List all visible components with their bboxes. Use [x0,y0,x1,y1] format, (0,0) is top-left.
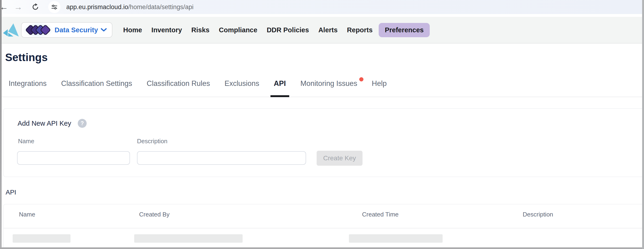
name-field-label: Name [18,138,34,145]
column-header-name: Name [19,211,35,218]
add-api-key-heading: Add New API Key [18,120,71,127]
add-api-key-heading-row: Add New API Key ? [18,119,87,128]
tab-help[interactable]: Help [372,79,387,97]
nav-item-preferences[interactable]: Preferences [379,23,430,37]
add-api-key-card: Add New API Key ? Name Description Creat… [3,108,644,177]
alert-dot [359,77,364,81]
tab-exclusions[interactable]: Exclusions [224,79,259,97]
skeleton-bar [13,234,70,243]
tab-monitoring-issues-label: Monitoring Issues [300,79,357,87]
forward-icon: → [14,0,22,14]
main-nav: Home Inventory Risks Compliance DDR Poli… [118,23,430,37]
api-keys-table: Name Created By Created Time Description [3,204,644,249]
tab-classification-settings[interactable]: Classification Settings [61,79,132,97]
table-header-divider [4,228,644,229]
nav-item-compliance[interactable]: Compliance [214,26,262,34]
refresh-icon [32,3,39,11]
skeleton-bar [349,234,442,243]
create-key-button[interactable]: Create Key [316,151,362,166]
description-field[interactable] [137,151,306,165]
api-section-heading: API [6,189,16,196]
app-switcher-dropdown[interactable]: Data Security [21,22,112,38]
help-icon[interactable]: ? [78,119,87,128]
nav-item-alerts[interactable]: Alerts [314,26,342,34]
url-host: app.eu.prismacloud.io [66,3,128,11]
site-settings-button[interactable] [48,1,60,13]
browser-toolbar: ← → app.eu.prismacloud.io/home/data/sett… [0,0,644,14]
browser-refresh-button[interactable] [30,0,40,14]
nav-item-home[interactable]: Home [118,26,147,34]
app-switcher-label: Data Security [54,26,98,34]
screen-bottom-edge [0,247,644,249]
data-security-module-icon [27,25,50,35]
column-header-created-time: Created Time [362,211,398,218]
browser-forward-button[interactable]: → [13,0,24,14]
tab-monitoring-issues[interactable]: Monitoring Issues [300,79,357,97]
settings-tabs: Integrations Classification Settings Cla… [0,79,644,97]
screen-left-edge [0,0,2,249]
nav-item-inventory[interactable]: Inventory [147,26,187,34]
name-field[interactable] [17,151,130,165]
nav-item-risks[interactable]: Risks [187,26,214,34]
prisma-cloud-logo[interactable] [3,22,19,37]
app-header: Data Security Home Inventory Risks Compl… [0,17,644,43]
page-title: Settings [5,51,48,64]
tab-integrations[interactable]: Integrations [9,79,46,97]
nav-item-reports[interactable]: Reports [342,26,378,34]
tab-api[interactable]: API [274,79,286,97]
scrollbar-track[interactable] [642,0,644,249]
column-header-description: Description [523,211,553,218]
column-header-created-by: Created By [139,211,170,218]
nav-item-ddr-policies[interactable]: DDR Policies [262,26,314,34]
url-path: /home/data/settings/api [128,3,194,11]
tab-classification-rules[interactable]: Classification Rules [146,79,210,97]
skeleton-bar [134,234,242,243]
prisma-cloud-logo-icon [3,22,19,37]
site-settings-icon [51,3,58,10]
description-field-label: Description [137,138,168,145]
address-bar[interactable]: app.eu.prismacloud.io/home/data/settings… [66,0,194,14]
chevron-down-icon [101,28,107,32]
